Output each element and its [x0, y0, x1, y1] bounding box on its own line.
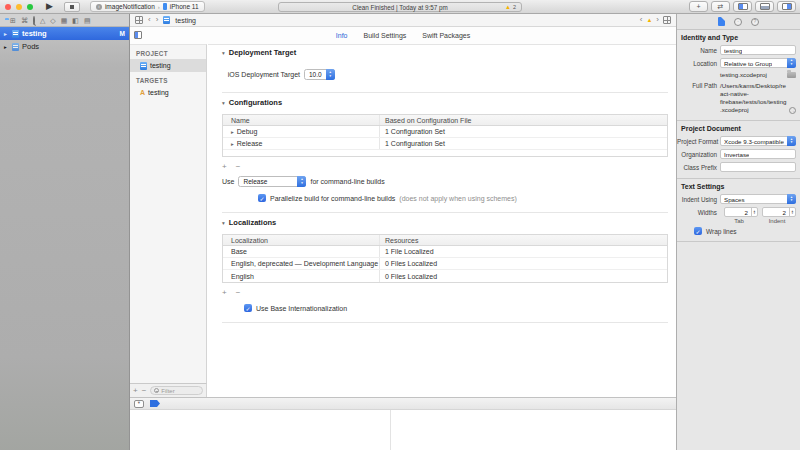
- disclosure-icon[interactable]: ▸: [231, 141, 234, 147]
- tab-swift-packages[interactable]: Swift Packages: [422, 32, 470, 39]
- column-based-on[interactable]: Based on Configuration File: [379, 115, 667, 125]
- scheme-name[interactable]: imageNotification: [105, 3, 155, 10]
- add-target-button[interactable]: +: [133, 387, 138, 395]
- disclosure-icon[interactable]: ▾: [222, 100, 225, 106]
- sidebar-item-target-testing[interactable]: A testing: [130, 86, 206, 99]
- add-editor-button[interactable]: +: [689, 1, 708, 12]
- scheme-selector[interactable]: i imageNotification › iPhone 11: [90, 1, 205, 12]
- table-row[interactable]: English 0 Files Localized: [223, 270, 667, 282]
- open-in-finder-icon[interactable]: →: [789, 107, 796, 114]
- navigator-item-pods[interactable]: ▸ Pods: [0, 40, 129, 53]
- project-format-dropdown[interactable]: Xcode 9.3-compatible: [720, 136, 796, 146]
- filter-input[interactable]: Filter: [150, 386, 203, 395]
- disclosure-icon[interactable]: ▾: [222, 220, 225, 226]
- section-deployment-target[interactable]: ▾ Deployment Target: [222, 48, 676, 57]
- forward-button[interactable]: ›: [156, 16, 159, 24]
- disclosure-icon[interactable]: ▸: [231, 129, 234, 135]
- search-icon: [33, 16, 35, 25]
- next-issue-button[interactable]: ›: [656, 16, 659, 24]
- folder-icon[interactable]: [787, 72, 796, 78]
- wrap-lines-checkbox[interactable]: [694, 227, 702, 235]
- class-prefix-label: Class Prefix: [677, 164, 717, 171]
- column-localization[interactable]: Localization: [223, 237, 379, 244]
- section-configurations[interactable]: ▾ Configurations: [222, 98, 676, 107]
- hide-debug-area-button[interactable]: ▾: [134, 400, 144, 408]
- back-button[interactable]: ‹: [148, 16, 151, 24]
- config-name: Release: [237, 140, 263, 147]
- remove-target-button[interactable]: −: [142, 387, 147, 395]
- table-row[interactable]: Base 1 File Localized: [223, 246, 667, 258]
- base-internationalization-label: Use Base Internationalization: [256, 305, 347, 312]
- column-name[interactable]: Name: [223, 117, 379, 124]
- breakpoint-navigator-tab[interactable]: ◧: [72, 17, 79, 24]
- debug-navigator-tab[interactable]: ▦: [61, 17, 68, 24]
- editor-options-icon[interactable]: [663, 16, 671, 24]
- editor-layout-button[interactable]: ⇄: [711, 1, 730, 12]
- find-navigator-tab[interactable]: [33, 17, 35, 24]
- quick-help-inspector-tab[interactable]: ?: [751, 18, 759, 26]
- localization-name: Base: [223, 248, 379, 255]
- previous-issue-button[interactable]: ‹: [640, 16, 643, 24]
- run-button[interactable]: ▶: [46, 2, 53, 11]
- project-document-section: Project Document Project Format Xcode 9.…: [677, 121, 800, 179]
- disclosure-icon[interactable]: ▾: [222, 50, 225, 56]
- symbol-navigator-tab[interactable]: ⌘: [21, 17, 28, 24]
- iphone-icon: [163, 3, 167, 10]
- toggle-navigator-button[interactable]: [733, 1, 752, 12]
- warning-badge[interactable]: ▲ 2: [505, 3, 516, 11]
- issue-navigator-tab[interactable]: △: [40, 17, 45, 24]
- file-name-value: testing.xcodeproj: [720, 71, 787, 79]
- toggle-debug-area-button[interactable]: [755, 1, 774, 12]
- location-label: Location: [677, 60, 717, 67]
- widths-label: Widths: [677, 209, 717, 216]
- file-inspector-tab[interactable]: [718, 17, 725, 26]
- table-row[interactable]: ▸Release 1 Configuration Set: [223, 138, 667, 150]
- parallelize-checkbox[interactable]: [258, 194, 266, 202]
- indent-width-stepper[interactable]: 2: [762, 207, 796, 217]
- minimize-window-button[interactable]: [16, 4, 22, 10]
- run-destination[interactable]: iPhone 11: [170, 3, 199, 10]
- indent-using-dropdown[interactable]: Spaces: [720, 194, 796, 204]
- activity-viewer[interactable]: Clean Finished | Today at 9:57 pm ▲ 2: [278, 2, 522, 12]
- tab-info[interactable]: Info: [336, 32, 348, 39]
- class-prefix-field[interactable]: [720, 162, 796, 172]
- table-row[interactable]: ▸Debug 1 Configuration Set: [223, 126, 667, 138]
- editor-tab-bar: Info Build Settings Swift Packages: [130, 27, 676, 44]
- jump-bar-file[interactable]: testing: [175, 17, 196, 24]
- remove-localization-button[interactable]: −: [236, 289, 241, 297]
- location-dropdown[interactable]: Relative to Group: [720, 58, 796, 68]
- disclosure-icon[interactable]: ▸: [4, 31, 9, 37]
- organization-field[interactable]: Invertase: [720, 149, 796, 159]
- source-control-navigator-tab[interactable]: ⊞: [10, 17, 16, 24]
- zoom-window-button[interactable]: [27, 4, 33, 10]
- add-configuration-button[interactable]: +: [222, 163, 227, 171]
- command-line-config-dropdown[interactable]: Release: [238, 176, 306, 187]
- tab-width-stepper[interactable]: 2: [724, 207, 758, 217]
- tab-build-settings[interactable]: Build Settings: [364, 32, 407, 39]
- section-localizations[interactable]: ▾ Localizations: [222, 218, 676, 227]
- toggle-projects-list-icon[interactable]: [134, 31, 142, 39]
- stop-button[interactable]: [64, 2, 80, 12]
- debug-area-split-divider[interactable]: [390, 410, 391, 450]
- sidebar-item-project-testing[interactable]: testing: [130, 59, 206, 72]
- navigator-item-testing[interactable]: ▸ testing M: [0, 27, 129, 40]
- related-items-icon[interactable]: [135, 16, 143, 24]
- name-field[interactable]: testing: [720, 45, 796, 55]
- remove-configuration-button[interactable]: −: [236, 163, 241, 171]
- test-navigator-tab[interactable]: ◇: [50, 17, 55, 24]
- right-panel-icon: [782, 3, 792, 10]
- add-localization-button[interactable]: +: [222, 289, 227, 297]
- toggle-inspector-button[interactable]: [777, 1, 796, 12]
- section-divider: [222, 212, 668, 213]
- close-window-button[interactable]: [5, 4, 11, 10]
- deployment-target-dropdown[interactable]: 10.0: [304, 69, 335, 80]
- report-navigator-tab[interactable]: ▤: [84, 17, 91, 24]
- base-internationalization-checkbox[interactable]: [244, 304, 252, 312]
- warning-icon: ▲: [646, 17, 652, 23]
- disclosure-icon[interactable]: ▸: [4, 44, 9, 50]
- history-inspector-tab[interactable]: ·: [734, 18, 742, 26]
- table-row[interactable]: English, deprecated — Development Langua…: [223, 258, 667, 270]
- column-resources[interactable]: Resources: [379, 235, 667, 245]
- chevron-right-icon: ›: [158, 4, 160, 10]
- breakpoints-toggle-icon[interactable]: [150, 400, 160, 407]
